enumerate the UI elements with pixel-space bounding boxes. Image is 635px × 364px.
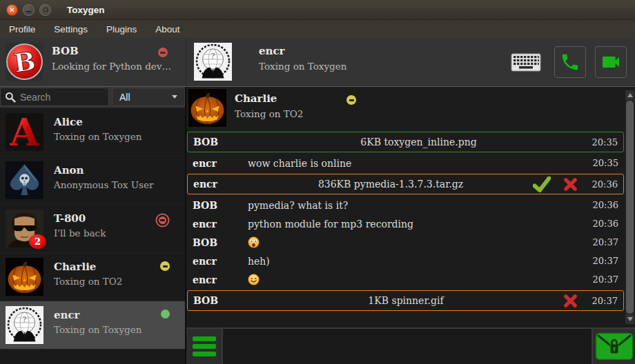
- audio-call-button[interactable]: [554, 46, 586, 78]
- peer-status-message: Toxing on Toxygen: [259, 61, 346, 72]
- message-author: BOB: [193, 237, 248, 248]
- message-list: BOB 6KB toxygen_inline.png 20:35 encr wo…: [187, 130, 624, 312]
- contact-item-anon[interactable]: Anon Anonymous Tox User: [0, 156, 185, 205]
- peer-actions: [511, 38, 627, 86]
- message-author: encr: [193, 256, 248, 267]
- message-timestamp: 20:37: [589, 256, 618, 266]
- file-transfer-label: 6KB toxygen_inline.png: [248, 136, 589, 148]
- unread-count-badge: 2: [29, 234, 46, 249]
- decline-x-icon: [563, 294, 578, 308]
- search-row: All: [0, 87, 185, 108]
- video-call-button[interactable]: [595, 46, 627, 78]
- self-profile[interactable]: B BOB Looking for Python dev…: [0, 38, 186, 86]
- busy-highlighted-status-icon: [159, 216, 166, 224]
- message-timestamp: 20:36: [589, 219, 618, 229]
- peer-name: encr: [259, 45, 285, 57]
- file-transfer-label: 836KB pymedia-1.3.7.3.tar.gz: [248, 179, 533, 190]
- search-box[interactable]: [0, 88, 109, 106]
- accept-file-button[interactable]: [533, 176, 551, 192]
- contact-status-message: Toxing on TO2: [54, 276, 122, 287]
- file-transfer-row: BOB 1KB spinner.gif 20:37: [187, 290, 624, 311]
- fearful-face-emoji: [248, 236, 260, 248]
- minimize-icon[interactable]: [23, 4, 35, 16]
- scroll-down-arrow[interactable]: [625, 314, 634, 324]
- contact-status-message: Toxing on Toxygen: [54, 324, 141, 335]
- chat-area: Charlie Toxing on TO2 BOB 6KB toxygen_in…: [186, 87, 635, 364]
- contact-name: Charlie: [54, 261, 96, 273]
- contact-status-message: Anonymous Tox User: [54, 179, 153, 190]
- away-status-icon: [346, 95, 356, 105]
- menu-item-settings[interactable]: Settings: [54, 24, 88, 34]
- message-text: wow charlie is online: [248, 158, 589, 169]
- scroll-up-arrow[interactable]: [625, 90, 634, 100]
- message-row: BOB 20:37: [187, 233, 624, 252]
- contact-status-message: I'll be back: [54, 228, 106, 239]
- chat-contact-header: Charlie Toxing on TO2: [186, 87, 624, 129]
- contact-name: T-800: [54, 212, 86, 225]
- contact-filter-value: All: [119, 92, 130, 103]
- svg-text:A: A: [10, 113, 40, 151]
- contact-item-alice[interactable]: A Alice Toxing on Toxygen: [0, 108, 185, 156]
- menu-item-plugins[interactable]: Plugins: [106, 24, 137, 34]
- window-titlebar: ✕ Toxygen: [0, 0, 635, 20]
- search-input[interactable]: [20, 92, 104, 103]
- message-row: encr python module for mp3 recording 20:…: [187, 214, 624, 233]
- self-status-message: Looking for Python dev…: [52, 61, 171, 72]
- anonymous-logo-avatar: ?: [6, 306, 43, 344]
- anonymous-logo-avatar: ?: [194, 43, 232, 81]
- menu-item-about[interactable]: About: [155, 24, 179, 34]
- menu-bar: ProfileSettingsPluginsAbout: [0, 20, 635, 38]
- contact-filter-dropdown[interactable]: All: [112, 88, 185, 106]
- message-author: encr: [193, 179, 248, 190]
- message-timestamp: 20:37: [589, 296, 618, 306]
- contact-item-charlie[interactable]: Charlie Toxing on TO2: [0, 253, 185, 301]
- message-input-row: [186, 327, 635, 364]
- contact-name: Alice: [54, 116, 83, 128]
- sidebar: All A Alice Toxing on Toxygen Anon Anony…: [0, 87, 186, 364]
- message-row: encr heh) 20:37: [187, 252, 624, 270]
- search-icon: [5, 92, 16, 103]
- bob-logo-avatar: B: [6, 43, 43, 81]
- message-text: heh): [248, 256, 589, 267]
- scroll-thumb[interactable]: [626, 101, 634, 314]
- chat-contact-name: Charlie: [235, 92, 277, 105]
- message-input[interactable]: [223, 329, 592, 364]
- phone-icon: [560, 52, 580, 72]
- maximize-icon[interactable]: [39, 4, 51, 16]
- header: B BOB Looking for Python dev… ? encr Tox…: [0, 38, 635, 87]
- send-button[interactable]: [592, 329, 635, 364]
- close-icon[interactable]: ✕: [6, 4, 18, 16]
- busy-status-icon: [158, 48, 168, 57]
- message-author: encr: [193, 219, 248, 230]
- message-text: python module for mp3 recording: [248, 219, 589, 230]
- message-author: BOB: [193, 295, 248, 306]
- file-transfer-actions: [563, 294, 578, 308]
- contact-name: encr: [54, 309, 80, 321]
- message-timestamp: 20:36: [589, 200, 618, 210]
- file-transfer-label: 1KB spinner.gif: [248, 295, 563, 306]
- video-camera-icon: [600, 51, 622, 73]
- contact-item-encr[interactable]: ? encr Toxing on Toxygen: [0, 301, 185, 350]
- online-status-icon: [161, 310, 170, 318]
- menu-item-profile[interactable]: Profile: [9, 24, 35, 34]
- message-author: encr: [193, 158, 248, 169]
- active-chat-header: ? encr Toxing on Toxygen: [186, 38, 635, 86]
- file-transfer-row: BOB 6KB toxygen_inline.png 20:35: [187, 132, 624, 152]
- window-title: Toxygen: [67, 5, 105, 15]
- message-timestamp: 20:37: [589, 237, 618, 247]
- message-row: BOB pymedia? what is it? 20:36: [187, 196, 624, 214]
- svg-text:B: B: [12, 46, 37, 79]
- attachments-menu-button[interactable]: [186, 329, 223, 364]
- message-author: encr: [193, 274, 248, 285]
- contact-list: A Alice Toxing on Toxygen Anon Anonymous…: [0, 108, 185, 364]
- contact-name: Anon: [54, 164, 84, 176]
- decline-file-button[interactable]: [563, 294, 578, 308]
- message-author: BOB: [193, 200, 248, 211]
- message-timestamp: 20:35: [589, 158, 618, 168]
- contact-item-t-800[interactable]: T-800 I'll be back 2: [0, 205, 185, 253]
- decline-x-icon: [563, 177, 578, 192]
- svg-text:?: ?: [23, 315, 27, 324]
- charlie-pumpkin-avatar: [188, 89, 226, 127]
- decline-file-button[interactable]: [563, 177, 578, 192]
- message-author: BOB: [193, 136, 248, 148]
